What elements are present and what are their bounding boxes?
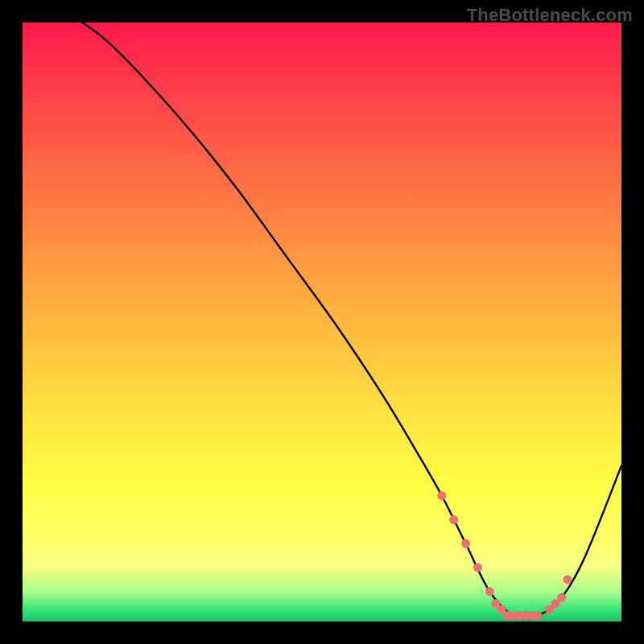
main-curve (82, 23, 621, 618)
marker-dot (437, 491, 446, 500)
marker-dot (449, 515, 458, 524)
marker-dot (473, 564, 482, 572)
marker-dot (485, 587, 494, 596)
plot-area (23, 23, 621, 621)
marker-dot (461, 539, 470, 548)
marker-dot (533, 611, 542, 620)
marker-dot (564, 575, 572, 584)
marker-dot (557, 593, 566, 602)
chart-svg (23, 23, 621, 621)
chart-frame: TheBottleneck.com (0, 0, 644, 644)
marker-group (437, 491, 572, 620)
watermark-text: TheBottleneck.com (467, 5, 633, 26)
